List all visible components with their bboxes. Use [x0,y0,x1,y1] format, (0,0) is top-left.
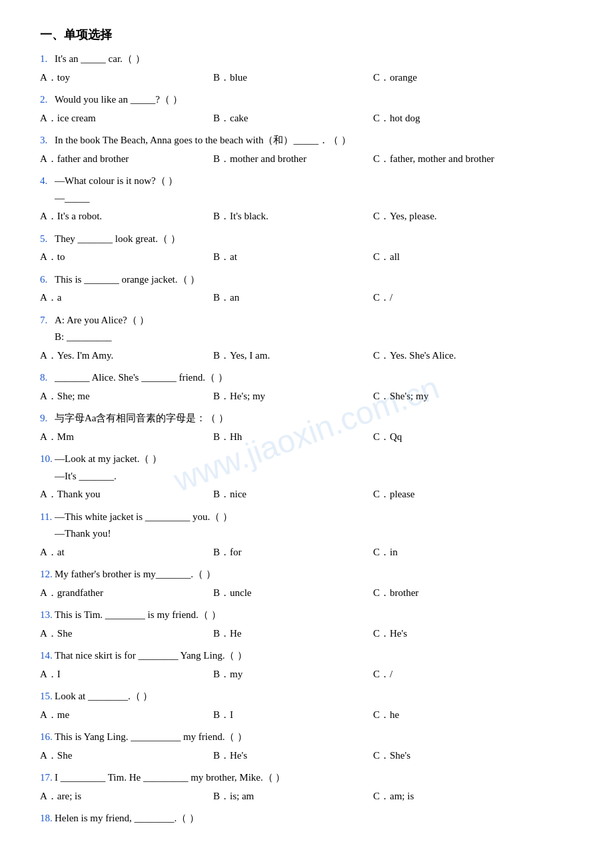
option-item[interactable]: A．are; is [40,788,213,805]
option-text: A．grandfather [40,585,103,602]
option-item[interactable]: C．orange [373,69,546,87]
question-number: 10. [40,451,55,468]
question-line: 16.This is Yang Ling. __________ my frie… [40,729,573,746]
question-line: 1.It's an _____ car.（ ） [40,51,573,68]
option-item[interactable]: B．Yes, I am. [213,347,373,365]
option-text: A．to [40,249,65,266]
options-line: A．toyB．blueC．orange [40,69,573,87]
question-line: 15.Look at ________.（ ） [40,688,573,705]
question-number: 3. [40,132,55,149]
option-text: B．uncle [213,585,252,602]
option-item[interactable]: B．my [213,666,373,683]
question-line: 5.They _______ look great.（ ） [40,231,573,248]
question-block: 13.This is Tim. ________ is my friend.（ … [40,607,573,642]
option-item[interactable]: A．Mm [40,429,213,446]
option-item[interactable]: C．He's [373,625,546,643]
option-item[interactable]: B．He's; my [213,388,373,405]
option-item[interactable]: A．father and brother [40,151,213,168]
question-number: 16. [40,729,55,746]
question-text: This is Tim. ________ is my friend.（ ） [55,607,573,624]
option-text: A．me [40,707,69,724]
question-number: 8. [40,369,55,387]
option-item[interactable]: A．grandfather [40,585,213,602]
option-item[interactable]: C．/ [373,666,546,683]
question-text: —Look at my jacket.（ ） [55,451,573,468]
option-item[interactable]: A．a [40,289,213,307]
question-text: Look at ________.（ ） [55,688,573,705]
option-text: C．orange [373,69,417,87]
option-item[interactable]: C．Qq [373,429,546,446]
option-item[interactable]: C．/ [373,289,546,307]
option-item[interactable]: A．Thank you [40,486,213,503]
option-text: A．ice cream [40,110,96,127]
option-item[interactable]: B．uncle [213,585,373,602]
option-item[interactable]: A．to [40,249,213,266]
option-item[interactable]: A．at [40,544,213,561]
option-item[interactable]: A．ice cream [40,110,213,127]
option-text: C．he [373,707,399,724]
option-item[interactable]: B．He [213,625,373,643]
option-item[interactable]: B．is; am [213,788,373,805]
option-text: A．She; me [40,388,90,405]
question-text: It's an _____ car.（ ） [55,51,573,68]
option-text: A．She [40,747,72,765]
options-line: A．Thank youB．niceC．please [40,486,573,503]
option-item[interactable]: C．father, mother and brother [373,151,586,168]
option-item[interactable]: C．Yes. She's Alice. [373,347,546,365]
question-number: 2. [40,91,55,109]
option-item[interactable]: B．an [213,289,373,307]
option-item[interactable]: B．He's [213,747,373,765]
option-item[interactable]: A．It's a robot. [40,208,213,225]
option-item[interactable]: A．She [40,747,213,765]
option-item[interactable]: C．Yes, please. [373,208,546,225]
question-block: 18.Helen is my friend, ________.（ ） [40,810,573,827]
question-text: A: Are you Alice?（ ） [55,312,573,329]
option-item[interactable]: C．he [373,707,546,724]
option-text: B．He's; my [213,388,265,405]
option-item[interactable]: A．Yes. I'm Amy. [40,347,213,365]
question-line: 11.—This white jacket is _________ you.（… [40,509,573,526]
question-block: 14.That nice skirt is for ________ Yang … [40,647,573,683]
option-item[interactable]: B．nice [213,486,373,503]
option-item[interactable]: C．hot dog [373,110,546,127]
options-line: A．meB．IC．he [40,707,573,724]
option-item[interactable]: B．at [213,249,373,266]
question-block: 2.Would you like an _____?（ ）A．ice cream… [40,91,573,127]
option-item[interactable]: A．I [40,666,213,683]
option-text: A．Yes. I'm Amy. [40,347,113,365]
option-item[interactable]: C．am; is [373,788,546,805]
option-text: C．/ [373,666,392,683]
option-text: C．/ [373,289,392,307]
question-line: 8._______ Alice. She's _______ friend.（ … [40,369,573,387]
option-item[interactable]: C．please [373,486,546,503]
option-text: A．at [40,544,65,561]
option-item[interactable]: B．for [213,544,373,561]
option-item[interactable]: B．cake [213,110,373,127]
option-item[interactable]: C．She's; my [373,388,546,405]
question-text: I _________ Tim. He _________ my brother… [55,769,573,787]
option-item[interactable]: A．me [40,707,213,724]
option-item[interactable]: C．She's [373,747,546,765]
question-line: 13.This is Tim. ________ is my friend.（ … [40,607,573,624]
question-text: Helen is my friend, ________.（ ） [55,810,573,827]
option-item[interactable]: C．brother [373,585,546,602]
option-item[interactable]: C．all [373,249,546,266]
option-text: C．in [373,544,398,561]
option-item[interactable]: B．Hh [213,429,373,446]
option-item[interactable]: B．It's black. [213,208,373,225]
question-number: 5. [40,231,55,248]
option-item[interactable]: A．She [40,625,213,643]
option-text: A．She [40,625,72,643]
sub-blank: —_____ [55,190,573,207]
question-block: 15.Look at ________.（ ）A．meB．IC．he [40,688,573,723]
option-text: B．is; am [213,788,254,805]
option-text: A．It's a robot. [40,208,102,225]
option-item[interactable]: A．toy [40,69,213,87]
option-item[interactable]: B．blue [213,69,373,87]
option-item[interactable]: A．She; me [40,388,213,405]
question-line: 3.In the book The Beach, Anna goes to th… [40,132,573,149]
option-item[interactable]: B．I [213,707,373,724]
option-text: B．blue [213,69,247,87]
option-item[interactable]: B．mother and brother [213,151,373,168]
option-item[interactable]: C．in [373,544,546,561]
